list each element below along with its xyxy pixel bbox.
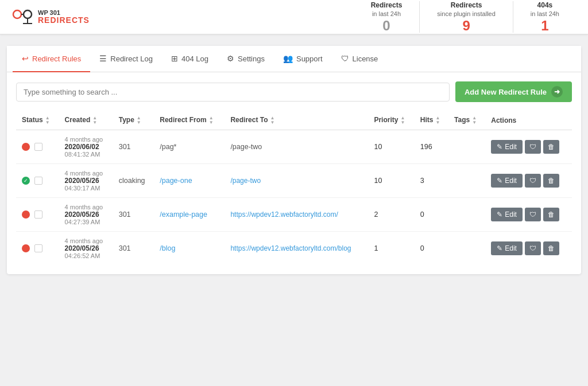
col-header-redirect_to[interactable]: Redirect To▲▼	[225, 111, 368, 130]
col-header-hits[interactable]: Hits▲▼	[415, 111, 448, 130]
sort-icon-redirect_to: ▲▼	[270, 116, 275, 125]
edit-label: Edit	[505, 210, 517, 219]
tab-redirect-rules[interactable]: ↩ Redirect Rules	[13, 46, 90, 72]
header-stats: Redirectsin last 24h 0 Redirectssince pl…	[354, 1, 577, 33]
redirect-to-link[interactable]: https://wpdev12.webfactoryltd.com/	[230, 210, 338, 219]
logo: WP 301 ReDIRECTS	[11, 6, 90, 28]
redirect-from-link[interactable]: /blog	[160, 244, 175, 252]
hits-cell-3: 0	[415, 232, 448, 266]
row-checkbox[interactable]	[34, 143, 42, 151]
redirect-table: Status▲▼Created▲▼Type▲▼Redirect From▲▼Re…	[16, 111, 572, 265]
stat-label: Redirectsin last 24h	[371, 1, 403, 18]
tab-label-settings: Settings	[238, 54, 265, 63]
redirect-from-link[interactable]: /example-page	[160, 210, 207, 219]
edit-label: Edit	[505, 143, 517, 151]
tab-support[interactable]: 👥 Support	[274, 46, 332, 72]
trash-icon: 🗑	[548, 244, 555, 252]
add-button-label: Add New Redirect Rule	[465, 88, 547, 96]
col-header-status[interactable]: Status▲▼	[16, 111, 59, 130]
delete-button-2[interactable]: 🗑	[543, 208, 559, 221]
type-cell-0: 301	[113, 130, 154, 164]
actions-cell-1: ✎ Edit 🛡 🗑	[485, 164, 572, 198]
created-cell-1: 4 months ago 2020/05/26 04:30:17 AM	[59, 164, 113, 198]
type-cell-2: 301	[113, 198, 154, 232]
redirect-to-cell-3[interactable]: https://wpdev12.webfactoryltd.com/blog	[225, 232, 368, 266]
add-button-arrow-icon: ➜	[551, 86, 563, 98]
edit-button-3[interactable]: ✎ Edit	[491, 241, 523, 255]
tab-license[interactable]: 🛡 License	[332, 46, 388, 72]
created-date: 2020/05/26	[65, 177, 107, 185]
edit-button-1[interactable]: ✎ Edit	[491, 174, 523, 188]
created-cell-2: 4 months ago 2020/05/26 04:27:39 AM	[59, 198, 113, 232]
redirect-to-cell-0: /page-two	[225, 130, 368, 164]
created-cell-3: 4 months ago 2020/05/26 04:26:52 AM	[59, 232, 113, 266]
stat-item: Redirectsin last 24h 0	[354, 1, 420, 33]
redirect-to-link[interactable]: https://wpdev12.webfactoryltd.com/blog	[230, 244, 351, 252]
tab-settings[interactable]: ⚙ Settings	[218, 46, 274, 72]
tab-label-redirect-rules: Redirect Rules	[32, 54, 81, 63]
redirect-from-cell-3[interactable]: /blog	[154, 232, 225, 266]
priority-cell-1: 10	[368, 164, 414, 198]
created-time: 04:27:39 AM	[65, 219, 107, 225]
col-header-created[interactable]: Created▲▼	[59, 111, 113, 130]
delete-button-1[interactable]: 🗑	[543, 174, 559, 188]
add-redirect-rule-button[interactable]: Add New Redirect Rule ➜	[455, 81, 572, 102]
status-red-icon	[22, 143, 30, 151]
redirect-from-cell-1[interactable]: /page-one	[154, 164, 225, 198]
col-header-priority[interactable]: Priority▲▼	[368, 111, 414, 130]
created-ago: 4 months ago	[65, 237, 107, 244]
logo-icon	[11, 6, 33, 28]
hits-cell-1: 3	[415, 164, 448, 198]
created-time: 04:26:52 AM	[65, 252, 107, 259]
created-date: 2020/05/26	[65, 210, 107, 219]
tags-cell-0	[448, 130, 485, 164]
type-cell-1: cloaking	[113, 164, 154, 198]
redirect-from-link[interactable]: /page-one	[160, 177, 192, 185]
trash-icon: 🗑	[548, 210, 555, 219]
table-row: 4 months ago 2020/06/02 08:41:32 AM 301/…	[16, 130, 572, 164]
row-checkbox[interactable]	[34, 177, 42, 185]
delete-button-0[interactable]: 🗑	[543, 140, 559, 154]
created-date: 2020/06/02	[65, 143, 107, 151]
redirect-from-cell-2[interactable]: /example-page	[154, 198, 225, 232]
status-red-icon	[22, 244, 30, 252]
tab-label-404-log: 404 Log	[181, 54, 208, 63]
created-ago: 4 months ago	[65, 170, 107, 177]
tags-cell-2	[448, 198, 485, 232]
hits-cell-2: 0	[415, 198, 448, 232]
search-input[interactable]	[16, 83, 450, 102]
tab-404-log[interactable]: ⊞ 404 Log	[162, 46, 218, 72]
created-ago: 4 months ago	[65, 136, 107, 143]
created-ago: 4 months ago	[65, 204, 107, 210]
created-time: 04:30:17 AM	[65, 185, 107, 192]
col-header-type[interactable]: Type▲▼	[113, 111, 154, 130]
shield-icon: 🛡	[529, 244, 536, 252]
redirect-to-cell-1[interactable]: /page-two	[225, 164, 368, 198]
shield-button-3[interactable]: 🛡	[525, 241, 541, 255]
actions-cell-0: ✎ Edit 🛡 🗑	[485, 130, 572, 164]
main-container: ↩ Redirect Rules ☰ Redirect Log ⊞ 404 Lo…	[7, 46, 581, 274]
col-header-tags[interactable]: Tags▲▼	[448, 111, 485, 130]
hits-cell-0: 196	[415, 130, 448, 164]
shield-button-1[interactable]: 🛡	[525, 174, 541, 188]
tab-redirect-log[interactable]: ☰ Redirect Log	[90, 46, 162, 72]
shield-button-2[interactable]: 🛡	[525, 208, 541, 221]
edit-icon: ✎	[497, 177, 502, 185]
actions-cell-2: ✎ Edit 🛡 🗑	[485, 198, 572, 232]
shield-button-0[interactable]: 🛡	[525, 140, 541, 154]
status-red-icon	[22, 210, 30, 219]
delete-button-3[interactable]: 🗑	[543, 241, 559, 255]
redirect-to-cell-2[interactable]: https://wpdev12.webfactoryltd.com/	[225, 198, 368, 232]
redirect-to-link[interactable]: /page-two	[230, 177, 261, 185]
edit-button-2[interactable]: ✎ Edit	[491, 208, 523, 221]
table-row: 4 months ago 2020/05/26 04:27:39 AM 301/…	[16, 198, 572, 232]
tab-icon-settings: ⚙	[227, 54, 234, 63]
row-checkbox[interactable]	[34, 210, 42, 219]
redirect-from-text: /pag*	[160, 143, 176, 151]
redirect-to-text: /page-two	[230, 143, 262, 151]
edit-button-0[interactable]: ✎ Edit	[491, 140, 523, 154]
header-bar: WP 301 ReDIRECTS Redirectsin last 24h 0 …	[0, 0, 588, 34]
row-checkbox[interactable]	[34, 244, 42, 252]
tabs-bar: ↩ Redirect Rules ☰ Redirect Log ⊞ 404 Lo…	[7, 46, 581, 72]
col-header-redirect_from[interactable]: Redirect From▲▼	[154, 111, 225, 130]
